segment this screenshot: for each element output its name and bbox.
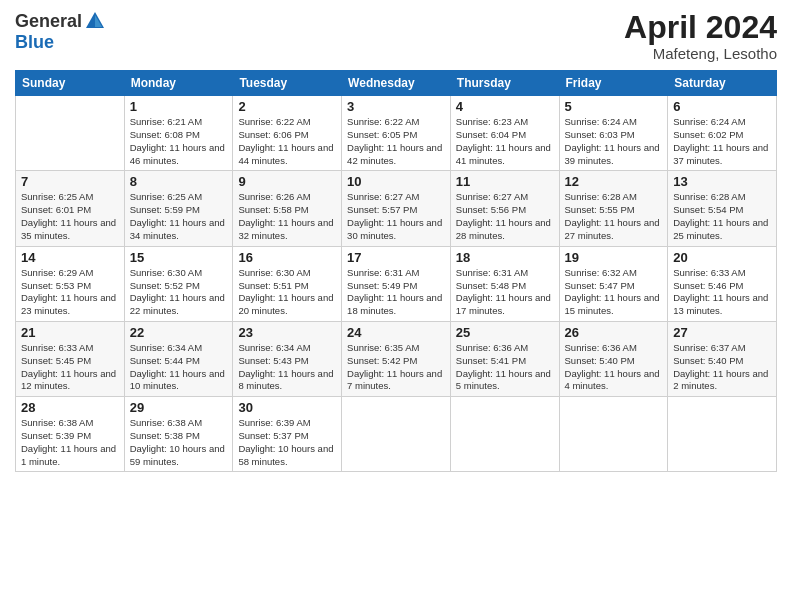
page: General Blue April 2024 Mafeteng, Lesoth… — [0, 0, 792, 612]
day-number: 11 — [456, 174, 554, 189]
weekday-header-saturday: Saturday — [668, 71, 777, 96]
cell-content: Sunrise: 6:32 AMSunset: 5:47 PMDaylight:… — [565, 267, 663, 318]
header: General Blue April 2024 Mafeteng, Lesoth… — [15, 10, 777, 62]
day-number: 30 — [238, 400, 336, 415]
day-number: 12 — [565, 174, 663, 189]
logo-general-text: General — [15, 11, 82, 32]
day-number: 24 — [347, 325, 445, 340]
calendar-cell: 2Sunrise: 6:22 AMSunset: 6:06 PMDaylight… — [233, 96, 342, 171]
calendar-table: SundayMondayTuesdayWednesdayThursdayFrid… — [15, 70, 777, 472]
calendar-cell: 11Sunrise: 6:27 AMSunset: 5:56 PMDayligh… — [450, 171, 559, 246]
calendar-cell: 18Sunrise: 6:31 AMSunset: 5:48 PMDayligh… — [450, 246, 559, 321]
cell-content: Sunrise: 6:31 AMSunset: 5:48 PMDaylight:… — [456, 267, 554, 318]
weekday-header-row: SundayMondayTuesdayWednesdayThursdayFrid… — [16, 71, 777, 96]
day-number: 2 — [238, 99, 336, 114]
calendar-cell: 9Sunrise: 6:26 AMSunset: 5:58 PMDaylight… — [233, 171, 342, 246]
cell-content: Sunrise: 6:33 AMSunset: 5:45 PMDaylight:… — [21, 342, 119, 393]
cell-content: Sunrise: 6:28 AMSunset: 5:54 PMDaylight:… — [673, 191, 771, 242]
location-subtitle: Mafeteng, Lesotho — [624, 45, 777, 62]
cell-content: Sunrise: 6:34 AMSunset: 5:43 PMDaylight:… — [238, 342, 336, 393]
day-number: 7 — [21, 174, 119, 189]
day-number: 28 — [21, 400, 119, 415]
calendar-cell: 28Sunrise: 6:38 AMSunset: 5:39 PMDayligh… — [16, 397, 125, 472]
cell-content: Sunrise: 6:36 AMSunset: 5:40 PMDaylight:… — [565, 342, 663, 393]
cell-content: Sunrise: 6:23 AMSunset: 6:04 PMDaylight:… — [456, 116, 554, 167]
day-number: 29 — [130, 400, 228, 415]
weekday-header-thursday: Thursday — [450, 71, 559, 96]
day-number: 21 — [21, 325, 119, 340]
logo-blue-text: Blue — [15, 32, 54, 53]
cell-content: Sunrise: 6:36 AMSunset: 5:41 PMDaylight:… — [456, 342, 554, 393]
calendar-cell: 13Sunrise: 6:28 AMSunset: 5:54 PMDayligh… — [668, 171, 777, 246]
calendar-cell — [668, 397, 777, 472]
cell-content: Sunrise: 6:22 AMSunset: 6:06 PMDaylight:… — [238, 116, 336, 167]
day-number: 10 — [347, 174, 445, 189]
calendar-cell: 30Sunrise: 6:39 AMSunset: 5:37 PMDayligh… — [233, 397, 342, 472]
day-number: 9 — [238, 174, 336, 189]
calendar-cell: 19Sunrise: 6:32 AMSunset: 5:47 PMDayligh… — [559, 246, 668, 321]
cell-content: Sunrise: 6:34 AMSunset: 5:44 PMDaylight:… — [130, 342, 228, 393]
cell-content: Sunrise: 6:26 AMSunset: 5:58 PMDaylight:… — [238, 191, 336, 242]
cell-content: Sunrise: 6:29 AMSunset: 5:53 PMDaylight:… — [21, 267, 119, 318]
day-number: 18 — [456, 250, 554, 265]
calendar-cell: 22Sunrise: 6:34 AMSunset: 5:44 PMDayligh… — [124, 321, 233, 396]
cell-content: Sunrise: 6:25 AMSunset: 6:01 PMDaylight:… — [21, 191, 119, 242]
cell-content: Sunrise: 6:24 AMSunset: 6:03 PMDaylight:… — [565, 116, 663, 167]
calendar-cell: 27Sunrise: 6:37 AMSunset: 5:40 PMDayligh… — [668, 321, 777, 396]
day-number: 14 — [21, 250, 119, 265]
cell-content: Sunrise: 6:31 AMSunset: 5:49 PMDaylight:… — [347, 267, 445, 318]
day-number: 25 — [456, 325, 554, 340]
calendar-cell: 21Sunrise: 6:33 AMSunset: 5:45 PMDayligh… — [16, 321, 125, 396]
cell-content: Sunrise: 6:30 AMSunset: 5:51 PMDaylight:… — [238, 267, 336, 318]
calendar-cell — [450, 397, 559, 472]
calendar-cell: 17Sunrise: 6:31 AMSunset: 5:49 PMDayligh… — [342, 246, 451, 321]
cell-content: Sunrise: 6:37 AMSunset: 5:40 PMDaylight:… — [673, 342, 771, 393]
calendar-cell: 6Sunrise: 6:24 AMSunset: 6:02 PMDaylight… — [668, 96, 777, 171]
calendar-week-row: 7Sunrise: 6:25 AMSunset: 6:01 PMDaylight… — [16, 171, 777, 246]
calendar-cell — [559, 397, 668, 472]
calendar-week-row: 14Sunrise: 6:29 AMSunset: 5:53 PMDayligh… — [16, 246, 777, 321]
day-number: 5 — [565, 99, 663, 114]
calendar-cell: 10Sunrise: 6:27 AMSunset: 5:57 PMDayligh… — [342, 171, 451, 246]
cell-content: Sunrise: 6:33 AMSunset: 5:46 PMDaylight:… — [673, 267, 771, 318]
calendar-cell: 3Sunrise: 6:22 AMSunset: 6:05 PMDaylight… — [342, 96, 451, 171]
cell-content: Sunrise: 6:38 AMSunset: 5:38 PMDaylight:… — [130, 417, 228, 468]
weekday-header-sunday: Sunday — [16, 71, 125, 96]
cell-content: Sunrise: 6:24 AMSunset: 6:02 PMDaylight:… — [673, 116, 771, 167]
day-number: 27 — [673, 325, 771, 340]
calendar-cell: 20Sunrise: 6:33 AMSunset: 5:46 PMDayligh… — [668, 246, 777, 321]
calendar-cell: 16Sunrise: 6:30 AMSunset: 5:51 PMDayligh… — [233, 246, 342, 321]
calendar-cell: 23Sunrise: 6:34 AMSunset: 5:43 PMDayligh… — [233, 321, 342, 396]
day-number: 3 — [347, 99, 445, 114]
calendar-week-row: 28Sunrise: 6:38 AMSunset: 5:39 PMDayligh… — [16, 397, 777, 472]
cell-content: Sunrise: 6:35 AMSunset: 5:42 PMDaylight:… — [347, 342, 445, 393]
calendar-cell: 1Sunrise: 6:21 AMSunset: 6:08 PMDaylight… — [124, 96, 233, 171]
calendar-cell: 12Sunrise: 6:28 AMSunset: 5:55 PMDayligh… — [559, 171, 668, 246]
day-number: 22 — [130, 325, 228, 340]
cell-content: Sunrise: 6:39 AMSunset: 5:37 PMDaylight:… — [238, 417, 336, 468]
cell-content: Sunrise: 6:21 AMSunset: 6:08 PMDaylight:… — [130, 116, 228, 167]
title-block: April 2024 Mafeteng, Lesotho — [624, 10, 777, 62]
month-year-title: April 2024 — [624, 10, 777, 45]
calendar-cell: 14Sunrise: 6:29 AMSunset: 5:53 PMDayligh… — [16, 246, 125, 321]
day-number: 23 — [238, 325, 336, 340]
weekday-header-friday: Friday — [559, 71, 668, 96]
day-number: 17 — [347, 250, 445, 265]
day-number: 1 — [130, 99, 228, 114]
day-number: 16 — [238, 250, 336, 265]
cell-content: Sunrise: 6:27 AMSunset: 5:57 PMDaylight:… — [347, 191, 445, 242]
day-number: 19 — [565, 250, 663, 265]
calendar-cell: 15Sunrise: 6:30 AMSunset: 5:52 PMDayligh… — [124, 246, 233, 321]
calendar-week-row: 1Sunrise: 6:21 AMSunset: 6:08 PMDaylight… — [16, 96, 777, 171]
day-number: 4 — [456, 99, 554, 114]
calendar-cell: 24Sunrise: 6:35 AMSunset: 5:42 PMDayligh… — [342, 321, 451, 396]
calendar-cell — [342, 397, 451, 472]
cell-content: Sunrise: 6:22 AMSunset: 6:05 PMDaylight:… — [347, 116, 445, 167]
calendar-cell: 4Sunrise: 6:23 AMSunset: 6:04 PMDaylight… — [450, 96, 559, 171]
day-number: 15 — [130, 250, 228, 265]
day-number: 20 — [673, 250, 771, 265]
calendar-cell: 7Sunrise: 6:25 AMSunset: 6:01 PMDaylight… — [16, 171, 125, 246]
logo: General Blue — [15, 10, 106, 53]
day-number: 26 — [565, 325, 663, 340]
calendar-cell: 5Sunrise: 6:24 AMSunset: 6:03 PMDaylight… — [559, 96, 668, 171]
